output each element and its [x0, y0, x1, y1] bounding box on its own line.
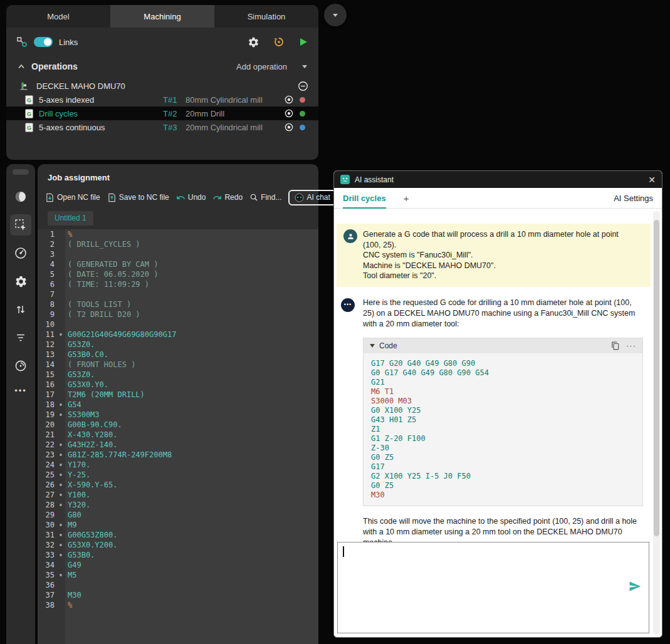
close-icon[interactable]: ✕ — [648, 175, 656, 184]
redo-button[interactable]: Redo — [212, 193, 243, 202]
editor-line[interactable]: 37M30 — [38, 590, 318, 600]
filter-icon[interactable] — [10, 327, 31, 348]
editor-line[interactable]: 23G81Z-285.774R-249F200M8 — [38, 450, 318, 460]
operation-row[interactable]: GDrill cyclesT#220mm Drill — [6, 106, 318, 120]
rotate-circle-icon[interactable] — [10, 355, 31, 377]
add-operation-button[interactable]: Add operation — [236, 62, 287, 71]
editor-line[interactable]: 27Y100. — [38, 490, 318, 500]
editor-line[interactable]: 21X-430.Y280. — [38, 430, 318, 440]
editor-line[interactable]: 10 — [38, 319, 318, 330]
view-dropdown-button[interactable] — [324, 4, 347, 26]
user-message-lines: Generate a G code that will process a dr… — [363, 229, 628, 281]
operation-tool: T#2 — [163, 109, 186, 118]
editor-line[interactable]: 25Y-25. — [38, 470, 318, 480]
tab-simulation[interactable]: Simulation — [214, 5, 318, 28]
find-button[interactable]: Find... — [249, 193, 281, 202]
drag-handle[interactable] — [13, 169, 29, 175]
editor-line[interactable]: 35M5 — [38, 570, 318, 580]
editor-line[interactable]: 11G00G21G40G49G69G80G90G17 — [38, 330, 318, 340]
more-tools-icon[interactable]: ••• — [14, 386, 27, 395]
more-options-icon[interactable]: ··· — [626, 341, 636, 350]
editor-line[interactable]: 7 — [38, 289, 318, 299]
editor-line[interactable]: 17T2M6 (20MM DRILL) — [38, 390, 318, 400]
ai-settings-button[interactable]: AI Settings — [614, 194, 653, 203]
scrollbar-thumb[interactable] — [654, 220, 659, 536]
toggle-knob — [44, 38, 51, 46]
nc-toolbar: Open NC file Save to NC file Undo Redo F… — [38, 189, 318, 206]
operation-tool: T#1 — [163, 95, 186, 105]
editor-line[interactable]: 15G53Z0. — [38, 370, 318, 380]
editor-line[interactable]: 2( DRILL_CYCLES ) — [38, 239, 318, 249]
file-tab[interactable]: Untitled 1 — [48, 211, 93, 226]
editor-line[interactable]: 9( T2 DRILL D20 ) — [38, 309, 318, 319]
settings-gear-icon[interactable] — [248, 36, 259, 48]
editor-line[interactable]: 26X-590.Y-65. — [38, 480, 318, 490]
links-toggle[interactable] — [34, 37, 53, 47]
open-nc-file-button[interactable]: Open NC file — [45, 193, 100, 202]
editor-line[interactable]: 36 — [38, 580, 318, 590]
add-operation-caret-icon[interactable] — [302, 65, 307, 68]
recalculate-icon[interactable] — [273, 36, 285, 48]
editor-lines: 1%2( DRILL_CYCLES )34( GENERATED BY CAM … — [38, 229, 318, 610]
editor-line[interactable]: 31G00G53Z800. — [38, 530, 318, 540]
gauge-icon[interactable] — [10, 242, 31, 264]
gcode-file-icon: G — [25, 109, 39, 118]
editor-line[interactable]: 20G00B-90.C90. — [38, 420, 318, 430]
editor-line[interactable]: 29G80 — [38, 510, 318, 520]
collapse-triangle-icon[interactable] — [370, 344, 375, 348]
editor-line[interactable]: 22G43H2Z-140. — [38, 440, 318, 450]
run-simulation-icon[interactable] — [298, 37, 308, 47]
editor-line[interactable]: 16G53X0.Y0. — [38, 380, 318, 390]
editor-line[interactable]: 30M9 — [38, 520, 318, 530]
operation-row[interactable]: G5-axes continuousT#320mm Cylindrical mi… — [6, 120, 318, 134]
tab-model[interactable]: Model — [6, 5, 110, 28]
redo-icon — [212, 193, 222, 202]
generated-gcode[interactable]: G17 G20 G40 G49 G80 G90G0 G17 G40 G49 G8… — [364, 353, 642, 506]
editor-line[interactable]: 8( TOOLS LIST ) — [38, 299, 318, 309]
editor-line[interactable]: 19S5300M3 — [38, 410, 318, 420]
editor-line[interactable]: 14( FRONT HOLES ) — [38, 360, 318, 370]
render-sphere-icon[interactable] — [10, 186, 31, 207]
scrollbar[interactable] — [653, 211, 660, 635]
editor-line[interactable]: 24Y170. — [38, 460, 318, 470]
editor-line[interactable]: 33G53B0. — [38, 550, 318, 560]
editor-line[interactable]: 6( TIME: 11:09:29 ) — [38, 279, 318, 289]
editor-line[interactable]: 28Y320. — [38, 500, 318, 510]
operation-row[interactable]: G5-axes indexedT#180mm Cylindrical mill — [6, 93, 318, 106]
ai-chat-button[interactable]: AI chat — [288, 190, 336, 205]
operation-visibility-icon[interactable] — [285, 123, 300, 132]
editor-line[interactable]: 4( GENERATED BY CAM ) — [38, 259, 318, 269]
machine-row[interactable]: DECKEL MAHO DMU70 — [6, 79, 318, 93]
copy-icon[interactable] — [611, 341, 620, 350]
chat-input[interactable] — [337, 542, 649, 633]
editor-line[interactable]: 18G54 — [38, 400, 318, 410]
operation-visibility-icon[interactable] — [285, 109, 300, 118]
collapse-chevron-icon[interactable] — [18, 64, 25, 69]
svg-text:G: G — [27, 97, 31, 103]
collapse-group-icon[interactable] — [298, 81, 308, 91]
ai-tab-drill-cycles[interactable]: Drill cycles — [343, 188, 386, 209]
editor-line[interactable]: 3 — [38, 249, 318, 259]
editor-line[interactable]: 12G53Z0. — [38, 340, 318, 350]
code-card-header[interactable]: Code ··· — [364, 338, 642, 353]
swap-arrows-icon[interactable] — [10, 299, 31, 320]
editor-line[interactable]: 1% — [38, 229, 318, 239]
editor-line[interactable]: 32G53X0.Y200. — [38, 540, 318, 550]
nc-code-editor[interactable]: 1%2( DRILL_CYCLES )34( GENERATED BY CAM … — [38, 229, 318, 644]
undo-button[interactable]: Undo — [176, 193, 206, 202]
editor-line[interactable]: 38% — [38, 600, 318, 610]
open-file-icon — [45, 193, 55, 202]
operation-visibility-icon[interactable] — [285, 95, 300, 104]
editor-line[interactable]: 5( DATE: 06.05.2020 ) — [38, 269, 318, 279]
editor-line[interactable]: 34G49 — [38, 560, 318, 570]
new-chat-tab-button[interactable]: + — [404, 193, 409, 204]
gear-icon[interactable] — [10, 271, 31, 292]
selection-tool-icon[interactable] — [10, 214, 31, 236]
ai-panel-header[interactable]: AI assistant ✕ — [334, 171, 662, 188]
save-nc-file-button[interactable]: Save to NC file — [107, 193, 169, 202]
operations-tree: DECKEL MAHO DMU70 G5-axes indexedT#180mm… — [6, 79, 318, 134]
send-icon[interactable] — [629, 580, 641, 593]
tab-machining[interactable]: Machining — [110, 5, 214, 28]
editor-line[interactable]: 13G53B0.C0. — [38, 350, 318, 360]
assistant-intro-text: Here is the requested G code for drillin… — [363, 298, 635, 328]
